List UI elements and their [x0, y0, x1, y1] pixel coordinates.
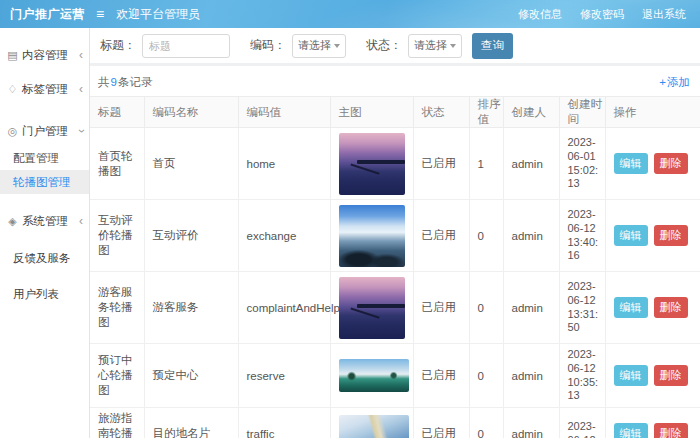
main-area: 标题： 编码： 请选择 状态： 请选择 查询 共9条记录 +添: [90, 28, 700, 438]
edit-button[interactable]: 编辑: [614, 225, 648, 246]
change-password-link[interactable]: 修改密码: [580, 7, 624, 22]
add-button[interactable]: +添加: [659, 75, 690, 90]
col-creator: 创建人: [503, 97, 559, 128]
title-filter-label: 标题：: [100, 37, 136, 54]
main-image-thumbnail: [339, 205, 405, 267]
cell-status: 已启用: [413, 408, 469, 438]
delete-button[interactable]: 删除: [654, 153, 688, 174]
cell-actions: 编辑 删除: [605, 200, 700, 272]
table-row: 互动评价轮播图 互动评价 exchange 已启用 0 admin 2023-0…: [90, 200, 700, 272]
sidebar-item-label: 内容管理: [22, 48, 79, 63]
cell-created: 2023-06-12 10:35:13: [559, 344, 605, 408]
cell-creator: admin: [503, 272, 559, 344]
caret-down-icon: [334, 44, 340, 48]
cell-created: 2023-06-12: [559, 408, 605, 438]
sidebar: ▤ 内容管理 ‹ ♢ 标签管理 ‹ ◎ 门户管理 ‹ 配置管理 轮播图管理 ◈ …: [0, 28, 90, 438]
cell-status: 已启用: [413, 344, 469, 408]
sidebar-subitem-carousel-mgmt[interactable]: 轮播图管理: [0, 170, 89, 194]
query-button[interactable]: 查询: [472, 33, 513, 59]
table-row: 游客服务轮播图 游客服务 complaintAndHelp 已启用 0 admi…: [90, 272, 700, 344]
hamburger-icon[interactable]: ≡: [96, 6, 104, 22]
code-filter-label: 编码：: [250, 37, 286, 54]
cell-sort: 0: [469, 272, 503, 344]
sidebar-item-content-mgmt[interactable]: ▤ 内容管理 ‹: [0, 40, 89, 70]
filter-panel: 标题： 编码： 请选择 状态： 请选择 查询: [90, 28, 700, 66]
cell-status: 已启用: [413, 272, 469, 344]
sidebar-item-label: 门户管理: [22, 124, 79, 139]
col-created: 创建时间: [559, 97, 605, 128]
delete-button[interactable]: 删除: [654, 297, 688, 318]
cell-created: 2023-06-12 13:31:50: [559, 272, 605, 344]
cell-title: 游客服务轮播图: [90, 272, 144, 344]
edit-button[interactable]: 编辑: [614, 365, 648, 386]
record-count-number: 9: [110, 76, 118, 88]
sidebar-item-label: 系统管理: [22, 214, 79, 229]
delete-button[interactable]: 删除: [654, 225, 688, 246]
cell-code-name: 游客服务: [144, 272, 238, 344]
cell-sort: 0: [469, 344, 503, 408]
welcome-text: 欢迎平台管理员: [116, 6, 200, 23]
logout-link[interactable]: 退出系统: [642, 7, 686, 22]
top-header: 门户推广运营 ≡ 欢迎平台管理员 修改信息 修改密码 退出系统: [0, 0, 700, 28]
col-sort: 排序值: [469, 97, 503, 128]
cell-status: 已启用: [413, 128, 469, 200]
cell-title: 首页轮播图: [90, 128, 144, 200]
chevron-left-icon: ‹: [79, 83, 83, 95]
sidebar-item-feedback-service[interactable]: 反馈及服务: [0, 244, 89, 272]
edit-button[interactable]: 编辑: [614, 297, 648, 318]
sidebar-subitem-config-mgmt[interactable]: 配置管理: [0, 146, 89, 170]
col-status: 状态: [413, 97, 469, 128]
cell-code-value: complaintAndHelp: [238, 272, 330, 344]
sidebar-item-portal-mgmt[interactable]: ◎ 门户管理 ‹: [0, 116, 89, 146]
cell-title: 旅游指南轮播图: [90, 408, 144, 438]
carousel-table: 标题 编码名称 编码值 主图 状态 排序值 创建人 创建时间 操作 首页轮播图: [90, 96, 700, 438]
sidebar-item-tag-mgmt[interactable]: ♢ 标签管理 ‹: [0, 74, 89, 104]
tag-icon: ♢: [6, 83, 19, 96]
cell-sort: 0: [469, 200, 503, 272]
cell-code-name: 预定中心: [144, 344, 238, 408]
cell-actions: 编辑 删除: [605, 408, 700, 438]
cell-code-value: exchange: [238, 200, 330, 272]
app-title: 门户推广运营: [0, 6, 90, 23]
caret-down-icon: [450, 44, 456, 48]
cell-sort: 0: [469, 408, 503, 438]
cell-creator: admin: [503, 408, 559, 438]
status-select-value: 请选择: [414, 38, 447, 53]
delete-button[interactable]: 删除: [654, 423, 688, 438]
edit-info-link[interactable]: 修改信息: [518, 7, 562, 22]
cell-title: 互动评价轮播图: [90, 200, 144, 272]
col-code-name: 编码名称: [144, 97, 238, 128]
record-count: 共9条记录: [98, 75, 152, 90]
cell-code-name: 目的地名片: [144, 408, 238, 438]
cell-status: 已启用: [413, 200, 469, 272]
col-code-value: 编码值: [238, 97, 330, 128]
table-toolbar: 共9条记录 +添加: [90, 66, 700, 96]
status-select[interactable]: 请选择: [408, 34, 462, 58]
content-panel: 共9条记录 +添加 标题 编码名称 编码值 主图 状态 排序值 创: [90, 66, 700, 438]
sidebar-item-system-mgmt[interactable]: ◈ 系统管理 ‹: [0, 206, 89, 236]
status-filter-label: 状态：: [366, 37, 402, 54]
portal-icon: ◎: [6, 125, 19, 138]
edit-button[interactable]: 编辑: [614, 423, 648, 438]
cell-creator: admin: [503, 200, 559, 272]
cell-created: 2023-06-12 13:40:16: [559, 200, 605, 272]
cell-title: 预订中心轮播图: [90, 344, 144, 408]
main-image-thumbnail: [339, 133, 405, 195]
main-image-thumbnail: [339, 415, 409, 438]
title-filter-input[interactable]: [142, 34, 230, 58]
sidebar-item-user-list[interactable]: 用户列表: [0, 280, 89, 308]
cell-actions: 编辑 删除: [605, 344, 700, 408]
table-row: 旅游指南轮播图 目的地名片 traffic 已启用 0 admin 2023-0…: [90, 408, 700, 438]
chevron-left-icon: ‹: [79, 215, 83, 227]
edit-button[interactable]: 编辑: [614, 153, 648, 174]
code-select-value: 请选择: [298, 38, 331, 53]
main-image-thumbnail: [339, 277, 405, 339]
cell-creator: admin: [503, 344, 559, 408]
cell-code-name: 首页: [144, 128, 238, 200]
plus-icon: +: [659, 76, 666, 88]
delete-button[interactable]: 删除: [654, 365, 688, 386]
col-actions: 操作: [605, 97, 700, 128]
table-row: 首页轮播图 首页 home 已启用 1 admin 2023-06-01 15:…: [90, 128, 700, 200]
code-select[interactable]: 请选择: [292, 34, 346, 58]
cell-code-value: home: [238, 128, 330, 200]
